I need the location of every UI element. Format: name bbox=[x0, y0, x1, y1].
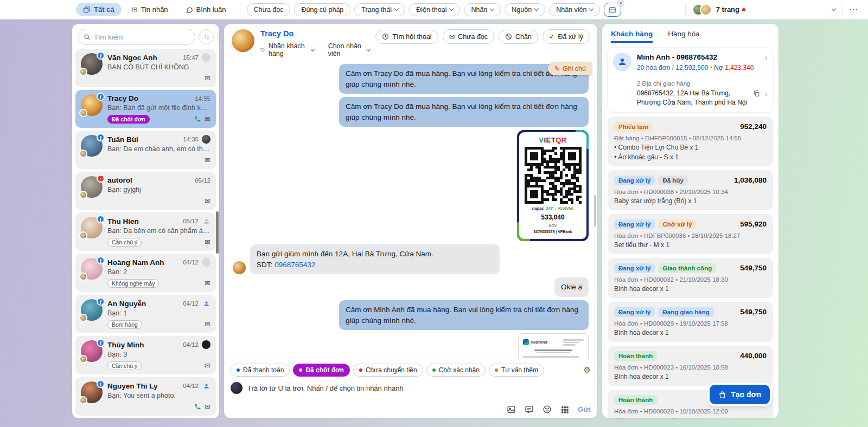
filter-status[interactable]: Trạng thái bbox=[354, 3, 405, 16]
page-avatar bbox=[79, 273, 87, 281]
note-button[interactable]: ✎ Ghi chú bbox=[548, 62, 592, 75]
vietqr-payment-card[interactable]: VIETQR napas 247 | KiotViet 533,040 KOV8… bbox=[517, 130, 589, 241]
conversation-tag: Đã chốt đơn bbox=[107, 115, 150, 124]
outgoing-message[interactable]: Okie ạ bbox=[554, 277, 589, 297]
invoice-image-attachment[interactable]: KiotViet bbox=[518, 333, 589, 359]
apps-grid-icon[interactable] bbox=[560, 405, 569, 414]
sort-button[interactable]: ↑↓ bbox=[199, 29, 214, 44]
quick-reply-icon[interactable] bbox=[525, 405, 534, 414]
quick-tag-order-closed[interactable]: Đã chốt đơn bbox=[293, 364, 350, 377]
chat-scrollbar[interactable] bbox=[594, 195, 596, 227]
clear-date-icon[interactable]: × bbox=[617, 0, 624, 7]
order-card[interactable]: Đang xử lý Giao thành công 549,750 Hóa đ… bbox=[608, 258, 773, 298]
divider bbox=[685, 4, 686, 15]
tab-all[interactable]: Tất cả bbox=[76, 3, 122, 16]
order-status-badge: Hoàn thành bbox=[614, 395, 657, 405]
tab-comments[interactable]: Bình luận bbox=[178, 3, 233, 16]
find-conversation-button[interactable]: Tìm hội thoại bbox=[375, 30, 438, 44]
tag-dot bbox=[359, 368, 362, 372]
order-card[interactable]: Đang xử lý Chờ xử lý 595,920 Hóa đơn • H… bbox=[608, 214, 773, 254]
message-row: VIETQR napas 247 | KiotViet 533,040 KOV8… bbox=[233, 130, 589, 241]
tab-products[interactable]: Hàng hóa bbox=[668, 30, 700, 43]
assign-staff-dropdown[interactable]: Chọn nhân viên bbox=[328, 42, 370, 57]
quick-tag-paid[interactable]: Đã thanh toán bbox=[231, 364, 290, 377]
chevron-right-icon[interactable]: › bbox=[765, 53, 768, 62]
page-avatar bbox=[79, 396, 87, 404]
date-filter-button[interactable]: × bbox=[604, 3, 621, 17]
filter-staff[interactable]: Nhân viên bbox=[549, 3, 600, 16]
resolved-button[interactable]: ✓ Đã xử lý bbox=[542, 29, 590, 44]
gear-icon[interactable]: ⚙ bbox=[584, 365, 591, 375]
conversation-item[interactable]: f Thùy Minh04/12 Bạn: 3 Cần chú ý✉ bbox=[75, 336, 216, 374]
quick-tag-consult-more[interactable]: Tư vấn thêm bbox=[489, 364, 544, 377]
quick-tag-awaiting-confirm[interactable]: Chờ xác nhận bbox=[426, 364, 486, 377]
filter-unread-label: Chưa đọc bbox=[254, 6, 284, 14]
customer-avatar bbox=[232, 29, 254, 52]
filter-phone[interactable]: Điện thoại bbox=[409, 3, 460, 16]
conversation-item[interactable]: f Nguyen Thi Ly04/12 Bạn: You sent a pho… bbox=[75, 377, 216, 416]
phone-icon bbox=[194, 115, 201, 122]
filter-list-button[interactable] bbox=[217, 29, 219, 44]
filter-status-label: Trạng thái bbox=[361, 6, 392, 14]
create-order-button[interactable]: Tạo đơn bbox=[710, 385, 770, 404]
order-status-badge: Đang xử lý bbox=[614, 307, 655, 317]
chat-customer-name[interactable]: Tracy Do bbox=[260, 29, 369, 38]
order-card[interactable]: Đang xử lý Đã hủy 1,036,080 Hóa đơn • HD… bbox=[608, 170, 773, 210]
customer-info: Minh Anh - 0968765432 › 20 hóa đơn / 12,… bbox=[637, 53, 768, 108]
filter-source[interactable]: Nguồn bbox=[505, 3, 545, 16]
conversation-item[interactable]: f Văn Ngọc Anh15:47 BẠN CÓ BÚT CHÌ KHÔNG… bbox=[75, 49, 216, 87]
more-menu-icon[interactable]: ⋯ bbox=[849, 4, 858, 15]
conversation-item[interactable]: f Tuấn Bùi14:35 Bạn: Dạ em chào anh, em … bbox=[75, 131, 216, 169]
order-list: Phiếu tạm 952,240 Đặt hàng • DHFBP000015… bbox=[602, 115, 778, 418]
chevron-down-icon bbox=[490, 7, 494, 11]
filter-syntax[interactable]: Đúng cú pháp bbox=[294, 3, 350, 16]
emoji-icon[interactable] bbox=[542, 405, 552, 414]
filter-label[interactable]: Nhãn bbox=[464, 3, 501, 16]
separator: • bbox=[710, 64, 712, 72]
tab-messages[interactable]: ✉ Tin nhắn bbox=[125, 3, 175, 16]
search-box[interactable] bbox=[78, 29, 195, 45]
conversation-tag: Cần chú ý bbox=[107, 238, 142, 247]
customer-label-dropdown[interactable]: Nhãn khách hàng bbox=[260, 42, 314, 57]
outgoing-message[interactable]: Cảm ơn Tracy Do đã mua hàng. Bạn vui lòn… bbox=[339, 97, 589, 127]
conversation-content: Nguyen Thi Ly04/12 Bạn: You sent a photo… bbox=[107, 381, 210, 411]
filter-unread[interactable]: Chưa đọc bbox=[247, 3, 291, 16]
pages-chevron-icon[interactable] bbox=[832, 7, 836, 11]
conversation-item[interactable]: f An Nguyễn04/12 Bạn: 1 Bom hàng✉ bbox=[75, 295, 216, 333]
copy-icon[interactable] bbox=[753, 90, 760, 97]
create-order-label: Tạo đơn bbox=[731, 390, 761, 399]
outgoing-message[interactable]: Cảm ơn Minh Anh đã mua hàng. Bạn vui lòn… bbox=[339, 300, 589, 330]
conversation-item[interactable]: f Thu Hien05/12 Bạn: Dạ bên em có sản ph… bbox=[75, 212, 216, 251]
tab-customer[interactable]: Khách hàng bbox=[611, 30, 653, 43]
qr-amount: 533,040 bbox=[522, 214, 584, 221]
message-input[interactable] bbox=[247, 384, 591, 392]
conversation-item-selected[interactable]: f Tracy Do14:55 Bạn: Bạn đã gửi một file… bbox=[75, 90, 216, 128]
block-button[interactable]: Chặn bbox=[499, 30, 538, 44]
quick-tag-not-transferred[interactable]: Chưa chuyển tiền bbox=[353, 364, 423, 377]
invoice-count[interactable]: 20 hóa đơn bbox=[637, 64, 670, 72]
receipt-text-line bbox=[537, 352, 570, 354]
order-card[interactable]: Hoàn thành 440,000 Hóa đơn • HD000023 • … bbox=[608, 346, 773, 386]
phone-number-link[interactable]: 0968765432 bbox=[275, 261, 315, 269]
order-line-item: Sữa tươi tiệt trùng (Thùng) x 1 bbox=[614, 417, 767, 418]
order-card[interactable]: Đang xử lý Đang giao hàng 549,750 Hóa đơ… bbox=[608, 302, 773, 342]
send-button[interactable]: Gửi bbox=[578, 405, 591, 413]
chevron-right-icon[interactable]: › bbox=[765, 89, 768, 98]
mark-unread-button[interactable]: ✉ Chưa đọc bbox=[443, 29, 494, 44]
mail-icon: ✉ bbox=[449, 33, 455, 41]
order-card[interactable]: Phiếu tạm 952,240 Đặt hàng • DHFBP000015… bbox=[608, 117, 773, 166]
incoming-message[interactable]: Bạn gửi giùm mình đến 12A, Hai Bà Trưng,… bbox=[250, 244, 500, 274]
image-icon[interactable] bbox=[507, 405, 516, 414]
calendar-icon bbox=[609, 6, 616, 14]
customer-card[interactable]: Minh Anh - 0968765432 › 20 hóa đơn / 12,… bbox=[608, 48, 773, 112]
quick-tag-label: Tư vấn thêm bbox=[501, 366, 538, 374]
qr-networks: napas 247 | KiotViet bbox=[522, 206, 584, 211]
conversation-item[interactable]: autorol05/12 Bạn: gyjghj ✉ bbox=[75, 172, 216, 210]
notification-dot bbox=[742, 8, 745, 11]
quick-tag-label: Chờ xác nhận bbox=[439, 366, 480, 374]
conversation-item[interactable]: f Hoàng Nam Anh04/12 Bạn: 2 Không nghe m… bbox=[75, 254, 216, 292]
conversation-preview: Bạn: 3 bbox=[107, 351, 210, 358]
search-input[interactable] bbox=[94, 33, 189, 41]
resolved-label: Đã xử lý bbox=[558, 33, 583, 41]
sidebar-scrollbar[interactable] bbox=[216, 211, 219, 254]
